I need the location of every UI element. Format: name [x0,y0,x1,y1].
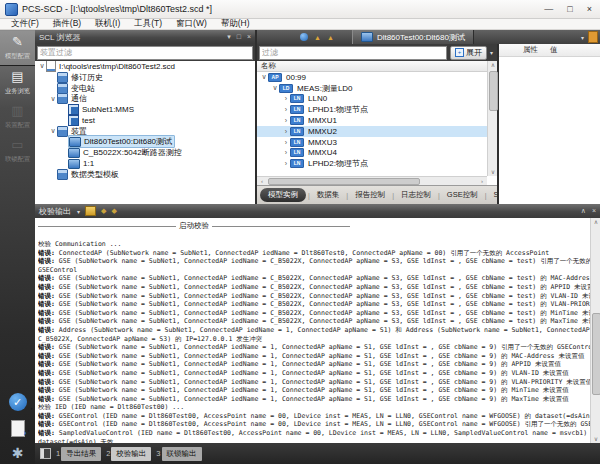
scroll-right-icon[interactable]: › [477,177,487,185]
expander-icon[interactable]: ∨ [49,127,57,135]
tree-row-label: 1:1 [81,159,96,168]
menu-item-4[interactable]: 窗口(W) [169,18,214,30]
output-pane-tab-校验输出[interactable]: 2校验输出 [106,447,151,461]
panel-toggle-icon[interactable] [40,448,51,459]
expander-icon[interactable]: › [282,139,290,146]
tree-row[interactable]: ›LNMMXU4 [257,148,487,159]
validate-flyout-arrow[interactable]: › [31,399,33,417]
clear-output-icon[interactable] [85,206,96,216]
next-error-icon[interactable]: ◆ [111,207,116,215]
tree-row[interactable]: ∨LDMEAS:测量LD0 [257,83,487,94]
tab-报告控制[interactable]: 报告控制 [350,189,390,201]
device-icon [361,32,373,42]
tree-row[interactable]: SubNet1:MMS [35,104,255,115]
tree-row[interactable]: ›LNMMXU1 [257,115,487,126]
nav-up-icon[interactable]: ▲ [314,34,321,41]
validate-button[interactable]: ✓ › [9,393,27,411]
scl-close-icon[interactable]: × [247,33,251,41]
scl-menu-caret-icon[interactable]: ▾ [227,33,231,41]
tree-row[interactable]: ›LNMMXU3 [257,137,487,148]
expander-icon[interactable]: › [282,106,290,113]
output-collapse-icon[interactable]: ∧ [581,207,586,215]
ln-badge-icon: LN [290,105,304,114]
device-filter-input[interactable] [37,46,253,60]
prev-error-icon[interactable]: ◆ [101,207,106,215]
rail-item-model-config[interactable]: ✎模型配置 [0,30,35,66]
import-icon[interactable]: ▲ [327,34,334,41]
maximize-button[interactable]: □ [567,5,572,14]
console-line: 错误: GSEControl (IED name = Dlt860Test00,… [38,420,590,429]
settings-gear-icon[interactable]: ✱ [12,446,24,460]
scroll-down-icon[interactable]: ∨ [488,168,498,176]
model-filter-input[interactable] [259,46,447,60]
name-column-header[interactable]: 名称 [257,61,487,72]
expander-icon[interactable]: › [282,128,290,135]
rail-item-business-view[interactable]: ▤业务浏览 [0,66,35,100]
tree-row[interactable]: ∨AP00:99 [257,72,487,83]
device-tree-vscrollbar[interactable]: ∧ ∨ [487,61,497,176]
tree-row[interactable]: ∨通信 [35,93,255,104]
tab-SMV控制[interactable]: SMV控制 [488,189,497,201]
export-flyout-arrow[interactable]: › [28,427,30,433]
tree-row[interactable]: ›LNLPHD2:物理节点 [257,158,487,169]
property-column-header[interactable]: 属性 [499,45,538,55]
tree-row[interactable]: Dlt860Test00:Dlt680测试 [35,137,255,148]
menu-item-5[interactable]: 帮助(H) [214,18,257,30]
expander-icon[interactable]: ∨ [49,95,57,103]
expand-options-caret-icon[interactable]: ▾ [490,49,493,56]
output-scroll-thumb[interactable] [592,313,600,395]
document-tab[interactable]: Dlt860Test00:Dlt680测试 [352,30,474,44]
connect-icon[interactable] [300,33,308,41]
tree-row[interactable]: C_B5022X:5042断路器测控 [35,147,255,158]
output-pane-tab-导出结果[interactable]: 1导出结果 [56,447,101,461]
tree-row[interactable]: test [35,115,255,126]
expander-icon[interactable]: › [282,95,290,102]
menu-item-2[interactable]: 联机(I) [88,18,127,30]
output-pane-tab-联锁输出[interactable]: 3联锁输出 [156,447,201,461]
vscroll-thumb[interactable] [489,71,498,111]
output-close-icon[interactable]: × [592,207,596,215]
expander-icon[interactable]: ∨ [38,62,46,70]
expander-icon[interactable]: ∨ [271,84,279,92]
expander-icon[interactable]: › [282,117,290,124]
export-button[interactable]: › › [11,420,25,437]
expander-icon[interactable]: › [282,160,290,167]
tree-row[interactable]: ›LNLPHD1:物理节点 [257,104,487,115]
output-scroll-up-icon[interactable]: ∧ [591,218,600,226]
pane-tab-number: 1 [56,449,60,458]
tree-row-label: Dlt860Test00:Dlt680测试 [82,136,174,147]
expander-icon[interactable]: ∨ [260,73,268,81]
scroll-up-icon[interactable]: ∧ [488,61,498,69]
tab-日志控制[interactable]: 日志控制 [396,189,436,201]
output-scroll-down-icon[interactable]: ∨ [591,435,600,443]
scroll-left-icon[interactable]: ‹ [257,177,267,185]
hscroll-thumb[interactable] [268,178,420,185]
tree-row[interactable]: 修订历史 [35,72,255,83]
expand-button[interactable]: + 展开 [450,46,487,60]
close-button[interactable]: × [587,5,592,14]
tab-数据集[interactable]: 数据集 [312,189,345,201]
tab-GSE控制[interactable]: GSE控制 [442,189,483,201]
value-column-header[interactable]: 值 [538,45,558,55]
menu-item-0[interactable]: 文件(F) [4,18,46,30]
tree-row[interactable]: 变电站 [35,83,255,94]
console-line: 错误: GSE (SubNetwork name = SubNet1, Conn… [38,274,590,283]
tab-模型实例[interactable]: 模型实例 [260,188,306,202]
menu-item-3[interactable]: 工具(T) [127,18,169,30]
tab-list-caret-icon[interactable]: ▾ [581,34,584,41]
minimize-button[interactable]: — [544,5,553,14]
output-vscrollbar[interactable]: ∧ ∨ [590,218,600,443]
tree-row[interactable]: 1:1 [35,158,255,169]
scl-float-icon[interactable]: □ [237,33,241,41]
tab-separator: | [308,192,310,199]
expander-icon[interactable]: › [282,149,290,156]
menu-item-1[interactable]: 插件(B) [46,18,88,30]
document-list-icon[interactable] [588,31,598,43]
tree-row[interactable]: ›LNMMXU2 [257,126,487,137]
tree-row[interactable]: ∨I:\qtools\res\tmp\Dlt860Test2.scd [35,61,255,72]
output-menu-caret-icon[interactable]: ▾ [77,208,80,215]
tree-row[interactable]: ›LNLLN0 [257,94,487,105]
pane-tab-label: 联锁输出 [162,447,202,461]
device-tree-hscrollbar[interactable]: ‹ › [257,176,487,185]
tree-row[interactable]: 数据类型模板 [35,169,255,180]
